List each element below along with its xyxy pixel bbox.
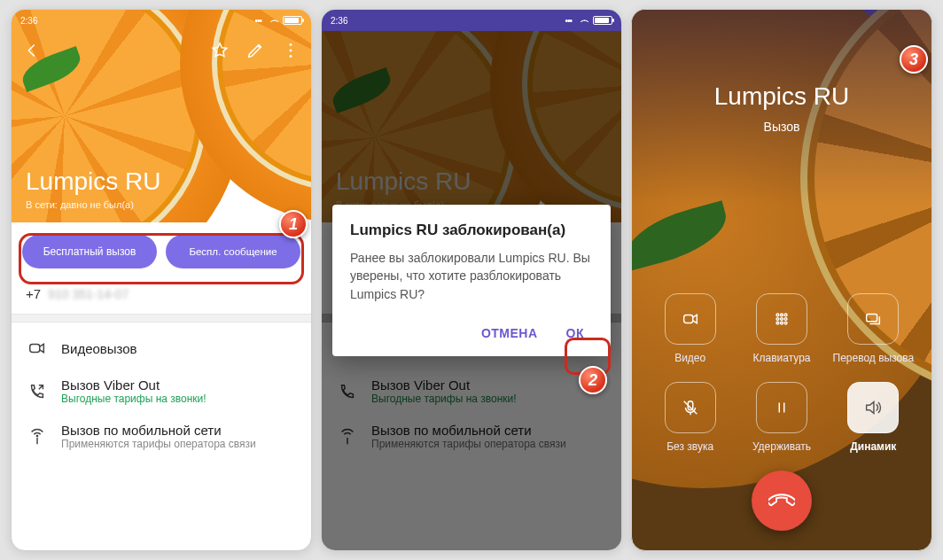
svg-point-13 [776, 322, 779, 324]
hold-button[interactable]: Удерживать [736, 382, 827, 453]
antenna-icon [26, 425, 49, 448]
keypad-icon [756, 293, 807, 345]
last-seen: В сети: давно не был(а) [26, 199, 160, 210]
video-camera-icon [26, 337, 49, 360]
phone-screen-3: 2:36 ••• Lumpics RU Вызов Видео Клавиату… [631, 9, 932, 551]
status-time: 2:36 [331, 16, 347, 26]
transfer-button[interactable]: Перевод вызова [828, 293, 919, 364]
svg-point-8 [781, 314, 783, 316]
step-badge-3: 3 [900, 45, 928, 74]
svg-point-0 [290, 43, 292, 46]
end-call-button[interactable] [752, 471, 812, 531]
status-time: 2:36 [20, 16, 37, 26]
phone-screen-1: 2:36 ••• [11, 9, 312, 551]
speaker-button[interactable]: Динамик [828, 382, 919, 453]
svg-point-15 [784, 322, 787, 324]
video-button[interactable]: Видео [644, 293, 736, 364]
pause-icon [756, 382, 807, 433]
call-status: Вызов [632, 120, 931, 134]
video-camera-icon [665, 293, 716, 345]
mute-icon [665, 382, 716, 433]
status-icons: ••• [254, 16, 302, 26]
step-badge-2: 2 [579, 366, 607, 394]
svg-point-11 [781, 318, 783, 321]
svg-point-7 [776, 314, 779, 316]
call-contact-name: Lumpics RU [632, 82, 931, 111]
back-icon[interactable] [22, 41, 42, 64]
svg-point-9 [784, 314, 787, 316]
divider [12, 314, 311, 323]
svg-point-14 [781, 322, 783, 324]
dialog-title: Lumpics RU заблокирован(а) [350, 221, 593, 240]
more-icon[interactable] [281, 41, 300, 64]
speaker-icon [847, 382, 899, 433]
step-badge-1: 1 [279, 210, 308, 238]
viber-out-row[interactable]: Вызов Viber Out Выгодные тарифы на звонк… [12, 369, 311, 414]
svg-point-4 [36, 434, 39, 437]
svg-rect-16 [867, 315, 877, 322]
keypad-button[interactable]: Клавиатура [736, 293, 827, 364]
dialog-body: Ранее вы заблокировали Lumpics RU. Вы ув… [350, 249, 593, 303]
ok-button[interactable]: ОК [557, 319, 593, 347]
svg-point-2 [290, 55, 292, 58]
contact-name: Lumpics RU [26, 167, 160, 196]
svg-point-1 [290, 50, 292, 52]
contact-header: Lumpics RU В сети: давно не был(а) [12, 10, 311, 222]
svg-point-12 [784, 318, 787, 321]
svg-point-10 [776, 318, 779, 321]
phone-out-icon [26, 380, 49, 403]
edit-icon[interactable] [245, 41, 265, 64]
phone-screen-2: 2:36 ••• Lumpics RU В сети: давно не был… [321, 9, 622, 551]
cancel-button[interactable]: ОТМЕНА [472, 319, 547, 347]
cellular-call-row[interactable]: Вызов по мобильной сети Применяются тари… [12, 414, 311, 459]
transfer-icon [847, 293, 899, 345]
svg-rect-3 [30, 344, 40, 352]
free-call-button[interactable]: Бесплатный вызов [22, 235, 157, 268]
free-message-button[interactable]: Беспл. сообщение [166, 235, 300, 268]
favorite-icon[interactable] [210, 41, 230, 64]
statusbar: 2:36 ••• [322, 10, 621, 31]
video-call-row[interactable]: Видеовызов [12, 328, 311, 369]
unblock-dialog: Lumpics RU заблокирован(а) Ранее вы забл… [332, 205, 611, 356]
phone-number-row[interactable]: +7 910 351-14-07 [12, 277, 311, 314]
svg-rect-6 [683, 315, 692, 323]
mute-button[interactable]: Без звука [644, 382, 736, 453]
statusbar: 2:36 ••• [12, 10, 311, 31]
